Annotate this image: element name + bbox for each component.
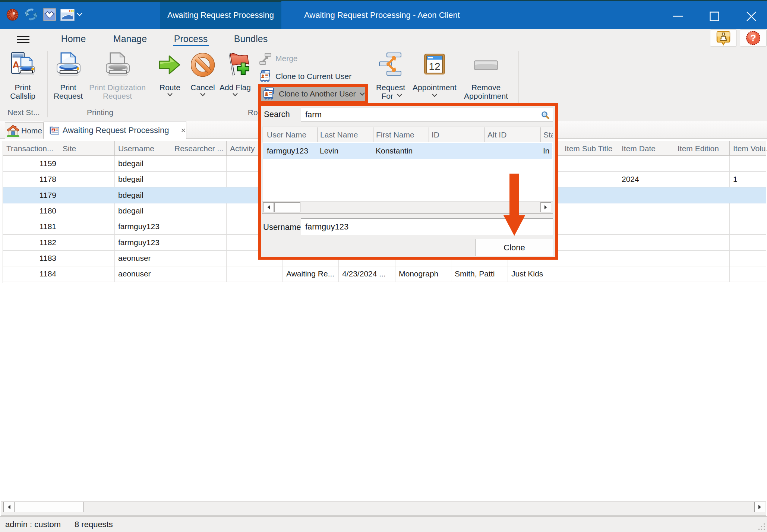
svg-text:?: ? (750, 33, 756, 43)
svg-text:A: A (52, 128, 54, 132)
svg-text:12: 12 (429, 61, 440, 72)
